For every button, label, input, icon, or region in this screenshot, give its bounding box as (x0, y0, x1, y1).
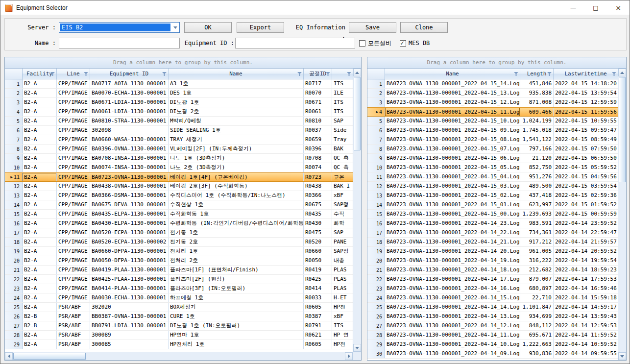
scroll-left-button[interactable] (5, 352, 13, 360)
cell-eqid[interactable]: BA0520-ECPA-1130-000002 (90, 238, 169, 246)
cell-line[interactable]: CPP/IMAGE (57, 210, 90, 218)
cell-time[interactable]: 2022-04-15 11:59:56 (554, 108, 618, 116)
table-row[interactable]: 20BA0723-OVNA-1130-000001_2022-04-14_19.… (367, 256, 618, 266)
cell-name[interactable]: BA0723-OVNA-1130-000001_2022-04-15_12.Lo… (385, 98, 520, 107)
cell-extra[interactable]: SAP정 (332, 247, 353, 256)
cell-length[interactable]: 848,112 (520, 321, 554, 330)
cell-extra[interactable]: H-ET (332, 293, 353, 302)
table-row[interactable]: 21B2-ACPP/IMAGEBA0419-PLAA-1130-000001플라… (5, 266, 353, 275)
cell-name[interactable]: BOX세정기 (169, 303, 304, 312)
cell-length[interactable]: 1,745,018 (520, 126, 554, 135)
cell-line[interactable]: CPP/IMAGE (57, 145, 90, 153)
cell-name[interactable]: BA0723-OVNA-1130-000001_2022-04-14_21.Lo… (385, 238, 520, 246)
cell-name[interactable]: BA0723-OVNA-1130-000001_2022-04-15_14.Lo… (385, 79, 520, 88)
cell-name[interactable]: BA0723-OVNA-1130-000001_2022-04-15_10.Lo… (385, 117, 520, 125)
cell-eqid[interactable]: BA0810-STRA-1130-000001 (90, 117, 169, 125)
server-select[interactable]: EIS B2 (59, 22, 180, 33)
cell-name[interactable]: BA0723-OVNA-1130-000001_2022-04-14_14.Lo… (385, 303, 520, 312)
cell-name[interactable]: 플라즈마[3F] (IN:오토필러) (169, 284, 304, 293)
cell-name[interactable]: TRAY 세정기 (169, 135, 304, 144)
cell-facility[interactable]: B2-A (23, 247, 57, 256)
cell-name[interactable]: BA0723-OVNA-1130-000001_2022-04-15_05.Lo… (385, 163, 520, 172)
filter-icon[interactable] (347, 72, 351, 76)
cell-facility[interactable]: B2-A (23, 173, 57, 181)
cell-name[interactable]: BA0723-OVNA-1130-000001_2022-04-14_16.Lo… (385, 284, 520, 293)
column-header-extra[interactable] (332, 69, 353, 79)
cell-eqid[interactable]: 302098 (90, 126, 169, 135)
cell-proc[interactable]: R0660 (304, 247, 332, 256)
cell-length[interactable]: 797,166 (520, 145, 554, 153)
cell-line[interactable]: PSR/ABF (57, 340, 90, 349)
cell-name[interactable]: 수직디스미어 1호 (수직화학동/IN:나노스캔) (169, 191, 304, 200)
table-row[interactable]: 7B2-ACPP/IMAGEBA0660-WASA-1130-000001TRA… (5, 135, 353, 145)
cell-time[interactable]: 2022-04-15 08:59:49 (554, 135, 618, 144)
cell-name[interactable]: BA0723-OVNA-1130-000001_2022-04-14_18.Lo… (385, 266, 520, 274)
table-row[interactable]: 24B2-ACPP/IMAGEBA0030-ECHA-1130-000001하프… (5, 293, 353, 303)
cell-name[interactable]: 수평화학동 (IN:각인기/디버링/수평디스미어/화학동) (169, 219, 304, 228)
cell-eqid[interactable]: BA0675-DEVA-1130-000001 (90, 200, 169, 209)
cell-length[interactable]: 695,671 (520, 331, 554, 340)
cell-length[interactable]: 212,682 (520, 266, 554, 274)
cell-extra[interactable]: QC 측 (332, 163, 353, 172)
table-row[interactable]: 24BA0723-OVNA-1130-000001_2022-04-14_15.… (367, 293, 618, 303)
cell-eqid[interactable]: BA0414-PLAA-1130-000001 (90, 284, 169, 293)
cell-proc[interactable]: R0430 (304, 219, 332, 228)
cell-extra[interactable]: ITS (332, 79, 353, 88)
table-row[interactable]: 29B2-APSR/ABF300085HP전처리 1호R0605HP전 (5, 340, 353, 349)
cell-time[interactable]: 2022-04-14 09:59:55 (554, 349, 618, 358)
minimize-button[interactable]: — (562, 0, 584, 15)
cell-name[interactable]: BA0723-OVNA-1130-000001_2022-04-14_09.Lo… (385, 349, 520, 358)
cell-name[interactable]: BA0723-OVNA-1130-000001_2022-04-15_06.Lo… (385, 154, 520, 163)
table-row[interactable]: 9BA0723-OVNA-1130-000001_2022-04-15_06.L… (367, 154, 618, 163)
column-header-name[interactable]: Name (169, 69, 304, 79)
cell-proc[interactable]: R0061 (304, 107, 332, 116)
cell-extra[interactable]: PANE (332, 238, 353, 246)
cell-time[interactable]: 2022-04-14 21:59:57 (554, 238, 618, 246)
table-row[interactable]: 21BA0723-OVNA-1130-000001_2022-04-14_18.… (367, 266, 618, 275)
cell-eqid[interactable]: BA0366-DSMA-1130-000001 (90, 191, 169, 200)
cell-extra[interactable]: PLAS (332, 266, 353, 274)
table-row[interactable]: 23B2-ACPP/IMAGEBA0414-PLAA-1130-000001플라… (5, 284, 353, 293)
cell-line[interactable]: CPP/IMAGE (57, 266, 90, 274)
table-row[interactable]: 14B2-ACPP/IMAGEBA0675-DEVA-1130-000001수직… (5, 200, 353, 210)
cell-time[interactable]: 2022-04-14 18:59:23 (554, 266, 618, 274)
cell-extra[interactable]: HP전 (332, 303, 353, 312)
column-header-equipment-id[interactable]: Equipment ID (90, 69, 169, 79)
cell-length[interactable]: 879,007 (520, 275, 554, 284)
cell-eqid[interactable]: BA0435-ELPA-1130-000001 (90, 210, 169, 218)
cell-name[interactable]: 나노 2호 (3D측정기) (169, 163, 304, 172)
cell-extra[interactable]: ITS (332, 321, 353, 330)
table-row[interactable]: 26B2-BPSR/ABFBB0387-OVNA-1130-000001CURE… (5, 312, 353, 321)
filter-icon[interactable] (297, 72, 302, 76)
cell-eqid[interactable]: BB0387-OVNA-1130-000001 (90, 312, 169, 321)
cell-name[interactable]: BA0723-OVNA-1130-000001_2022-04-14_17.Lo… (385, 275, 520, 284)
cell-extra[interactable]: SAP (332, 117, 353, 125)
cell-facility[interactable]: B2-B (23, 321, 57, 330)
table-row[interactable]: 22B2-ACPP/IMAGEBA0425-PLAA-1130-000001플라… (5, 275, 353, 284)
table-row[interactable]: 7BA0723-OVNA-1130-000001_2022-04-15_08.L… (367, 135, 618, 145)
cell-extra[interactable]: QC 측 (332, 154, 353, 163)
equipment-id-input[interactable] (235, 38, 355, 49)
cell-time[interactable]: 2022-04-14 10:59:52 (554, 340, 618, 349)
cell-facility[interactable]: B2-A (23, 238, 57, 246)
cell-line[interactable]: CPP/IMAGE (57, 89, 90, 97)
cell-length[interactable]: 609,466 (520, 108, 554, 116)
cell-length[interactable]: 935,838 (520, 89, 554, 97)
group-by-panel[interactable]: Drag a column here to group by this colu… (367, 57, 626, 69)
cell-name[interactable]: 수직화학동 1호 (169, 210, 304, 218)
group-by-panel[interactable]: Drag a column here to group by this colu… (5, 57, 361, 69)
cell-facility[interactable]: B2-A (23, 331, 57, 340)
cell-time[interactable]: 2022-04-15 14:18:20 (554, 79, 618, 88)
table-row[interactable]: 27BA0723-OVNA-1130-000001_2022-04-14_12.… (367, 321, 618, 331)
cell-proc[interactable]: R0605 (304, 340, 332, 349)
cell-time[interactable]: 2022-04-15 04:59:56 (554, 172, 618, 181)
cell-line[interactable]: CPP/IMAGE (57, 284, 90, 293)
table-row[interactable]: 9B2-ACPP/IMAGEBA0708-INSA-1130-000001나노 … (5, 154, 353, 163)
cell-eqid[interactable]: BA0061-LDIA-1130-000001 (90, 107, 169, 116)
export-button[interactable]: Export (237, 22, 284, 33)
cell-name[interactable]: BA0723-OVNA-1130-000001_2022-04-15_08.Lo… (385, 135, 520, 144)
cell-proc[interactable]: R0366 (304, 191, 332, 200)
cell-name[interactable]: SIDE SEALING 1호 (169, 126, 304, 135)
cell-name[interactable]: HP연마 1호 (169, 331, 304, 340)
cell-facility[interactable]: B2-A (23, 303, 57, 312)
